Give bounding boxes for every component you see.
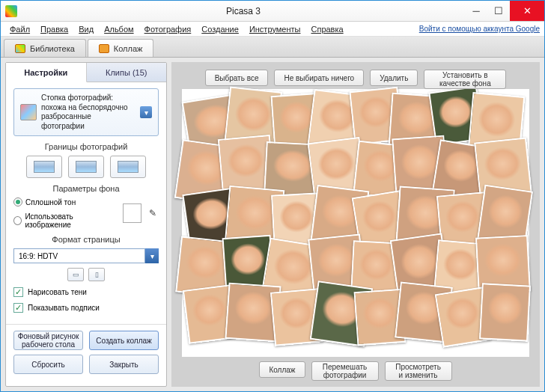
app-window: Picasa 3 ─ ☐ ✕ Файл Правка Вид Альбом Фо…: [0, 0, 545, 392]
btn-set-background[interactable]: Установить в качестве фона: [424, 70, 506, 89]
tab-collage[interactable]: Коллаж: [88, 39, 154, 57]
chk-shadows-label: Нарисовать тени: [28, 288, 87, 296]
btn-close[interactable]: Закрыть: [89, 355, 159, 374]
orientation-landscape[interactable]: ▭: [67, 268, 84, 281]
tab-library[interactable]: Библиотека: [4, 39, 86, 57]
radio-use-image[interactable]: Использовать изображение: [13, 212, 115, 229]
menubar: Файл Правка Вид Альбом Фотография Создан…: [1, 22, 544, 37]
menu-file[interactable]: Файл: [5, 23, 34, 35]
menu-view[interactable]: Вид: [74, 23, 98, 35]
borders-label: Границы фотографий: [13, 142, 159, 151]
canvas-top-buttons: Выбрать все Не выбирать ничего Удалить У…: [171, 70, 540, 89]
border-option-2[interactable]: [68, 156, 104, 178]
sidebar-tabs: Настройки Клипы (15): [6, 63, 166, 82]
main-area: Настройки Клипы (15) Стопка фотографий: …: [1, 58, 544, 391]
menu-help[interactable]: Справка: [306, 23, 347, 35]
btn-wallpaper[interactable]: Фоновый рисунок рабочего стола: [13, 331, 83, 350]
page-format-label: Формат страницы: [13, 235, 159, 244]
format-value: 16:9: HDTV: [13, 248, 145, 263]
tab-settings[interactable]: Настройки: [6, 63, 87, 82]
eyedropper-icon[interactable]: ✎: [149, 208, 159, 218]
checkbox-shadows[interactable]: ✓ Нарисовать тени: [13, 287, 159, 297]
canvas-bottom-buttons: Коллаж Перемешать фотографии Просмотреть…: [171, 361, 540, 381]
menu-edit[interactable]: Правка: [36, 23, 73, 35]
checkbox-icon: ✓: [13, 303, 23, 313]
maximize-button[interactable]: ☐: [487, 1, 510, 21]
menu-album[interactable]: Альбом: [100, 23, 138, 35]
checkbox-captions[interactable]: ✓ Показывать подписи: [13, 303, 159, 313]
menu-create[interactable]: Создание: [197, 23, 243, 35]
library-icon: [15, 44, 25, 53]
btn-remove[interactable]: Удалить: [370, 70, 418, 86]
btn-preview-edit[interactable]: Просмотреть и изменить: [385, 361, 452, 381]
top-tabs: Библиотека Коллаж: [1, 37, 544, 58]
radio-icon: [13, 216, 22, 225]
collage-canvas[interactable]: Выбрать все Не выбирать ничего Удалить У…: [171, 62, 540, 387]
window-title: Picasa 3: [22, 6, 465, 16]
collage-style-selector[interactable]: Стопка фотографий: похожа на беспорядочн…: [13, 88, 159, 136]
radio-solid-color[interactable]: Сплошной тон: [13, 197, 115, 206]
orientation-portrait[interactable]: ▯: [88, 268, 105, 281]
menu-photo[interactable]: Фотография: [140, 23, 196, 35]
chk-captions-label: Показывать подписи: [28, 304, 100, 312]
minimize-button[interactable]: ─: [465, 1, 487, 21]
collage-photo[interactable]: [479, 284, 531, 342]
tab-clips[interactable]: Клипы (15): [87, 63, 167, 82]
window-controls: ─ ☐ ✕: [465, 1, 544, 21]
style-icon: [20, 104, 37, 120]
signin-link[interactable]: Войти с помощью аккаунта Google: [419, 25, 540, 33]
btn-reset[interactable]: Сбросить: [13, 355, 83, 374]
tab-library-label: Библиотека: [30, 44, 75, 53]
app-icon: [5, 5, 17, 17]
collage-icon: [99, 44, 109, 53]
page-format-select[interactable]: 16:9: HDTV ▾: [13, 248, 159, 263]
border-option-3[interactable]: [110, 156, 146, 178]
chevron-down-icon: ▾: [145, 248, 159, 263]
collage-area[interactable]: [182, 89, 529, 357]
style-description: Стопка фотографий: похожа на беспорядочн…: [41, 94, 136, 131]
radio-solid-label: Сплошной тон: [25, 198, 76, 206]
radio-icon: [13, 197, 22, 206]
border-option-1[interactable]: [26, 156, 62, 178]
btn-shuffle[interactable]: Перемешать фотографии: [311, 361, 379, 381]
close-button[interactable]: ✕: [510, 1, 544, 21]
btn-select-all[interactable]: Выбрать все: [205, 70, 269, 86]
border-options: [13, 156, 159, 178]
chevron-down-icon: ▾: [140, 106, 152, 118]
bg-color-swatch[interactable]: [123, 203, 141, 223]
settings-panel: Стопка фотографий: похожа на беспорядочн…: [6, 82, 166, 324]
checkbox-icon: ✓: [13, 287, 23, 297]
bg-params: Сплошной тон Использовать изображение ✎: [13, 197, 159, 229]
btn-select-none[interactable]: Не выбирать ничего: [274, 70, 364, 86]
sidebar-buttons: Фоновый рисунок рабочего стола Создать к…: [6, 324, 166, 386]
sidebar: Настройки Клипы (15) Стопка фотографий: …: [5, 62, 167, 387]
tab-collage-label: Коллаж: [114, 44, 143, 53]
radio-image-label: Использовать изображение: [25, 212, 115, 229]
btn-create-collage[interactable]: Создать коллаж: [89, 331, 159, 350]
orientation-row: ▭ ▯: [13, 268, 159, 281]
btn-collage[interactable]: Коллаж: [259, 361, 305, 378]
titlebar: Picasa 3 ─ ☐ ✕: [1, 1, 544, 22]
menu-tools[interactable]: Инструменты: [245, 23, 305, 35]
bg-params-label: Параметры фона: [13, 184, 159, 193]
